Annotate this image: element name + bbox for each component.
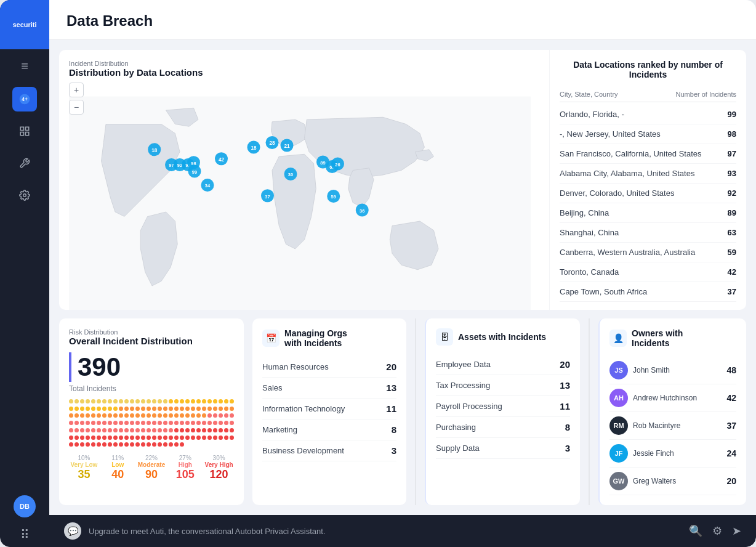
user-avatar[interactable]: DB bbox=[14, 495, 36, 517]
risk-dot bbox=[80, 436, 84, 440]
location-name: Beijing, China bbox=[560, 208, 609, 217]
bottom-bar: 💬 Upgrade to meet Auti, the conversation… bbox=[49, 515, 756, 547]
sidebar-item-tools[interactable] bbox=[12, 151, 37, 176]
location-count: 97 bbox=[728, 149, 736, 158]
risk-dot bbox=[74, 421, 79, 425]
risk-bar-item: 11% Low 40 bbox=[103, 455, 133, 481]
risk-dot bbox=[91, 442, 95, 447]
risk-dot bbox=[163, 413, 167, 418]
risk-dot bbox=[180, 413, 184, 418]
risk-dot bbox=[196, 436, 201, 440]
menu-button[interactable]: ≡ bbox=[21, 59, 28, 73]
assets-header: 🗄 Assets with Incidents bbox=[436, 328, 570, 346]
owner-count: 20 bbox=[726, 476, 736, 486]
owner-count: 42 bbox=[726, 393, 736, 403]
risk-dot bbox=[185, 436, 190, 440]
asset-row: Supply Data3 bbox=[436, 438, 570, 459]
location-name: Toronto, Canada bbox=[560, 267, 619, 277]
org-row: Sales13 bbox=[262, 378, 396, 399]
sidebar-item-settings[interactable] bbox=[12, 183, 37, 208]
risk-dot bbox=[169, 442, 173, 447]
risk-dot bbox=[152, 442, 156, 447]
locations-header: City, State, Country Number of Incidents bbox=[560, 87, 736, 102]
sidebar-item-alerts[interactable]: 4+ bbox=[12, 87, 37, 111]
risk-dot bbox=[74, 407, 79, 411]
location-row: Shanghai, China63 bbox=[560, 223, 736, 243]
risk-dot bbox=[169, 399, 173, 403]
risk-dot bbox=[74, 413, 79, 418]
risk-dot bbox=[102, 399, 107, 403]
filter-icon[interactable]: ⚙ bbox=[712, 524, 722, 538]
risk-dot bbox=[219, 413, 223, 418]
risk-dot bbox=[135, 436, 140, 440]
search-icon[interactable]: 🔍 bbox=[689, 524, 702, 538]
location-row: Beijing, China89 bbox=[560, 203, 736, 223]
risk-dot bbox=[141, 428, 145, 432]
location-row: Orlando, Florida, -99 bbox=[560, 105, 736, 124]
risk-dot bbox=[97, 436, 101, 440]
risk-dot bbox=[230, 407, 234, 411]
risk-dot bbox=[169, 421, 173, 425]
asset-row: Employee Data20 bbox=[436, 354, 570, 375]
owner-avatar: JF bbox=[609, 444, 628, 463]
share-icon[interactable]: ➤ bbox=[732, 524, 741, 538]
risk-dot bbox=[180, 407, 184, 411]
risk-dot bbox=[135, 421, 140, 425]
org-label: Business Development bbox=[262, 446, 344, 455]
zoom-in-button[interactable]: + bbox=[69, 83, 84, 97]
data-locations-panel: Data Locations ranked by number of Incid… bbox=[549, 50, 746, 310]
risk-dot bbox=[196, 421, 201, 425]
divider-2 bbox=[589, 318, 590, 505]
asset-value: 3 bbox=[565, 443, 570, 453]
risk-dot bbox=[147, 399, 151, 403]
sidebar-item-dashboard[interactable] bbox=[12, 119, 37, 144]
risk-number: 390 bbox=[69, 352, 121, 382]
risk-panel: Risk Distribution Overall Incident Distr… bbox=[59, 318, 244, 505]
risk-dot bbox=[158, 399, 162, 403]
risk-dot bbox=[224, 407, 228, 411]
risk-dot bbox=[80, 407, 84, 411]
risk-dot bbox=[180, 428, 184, 432]
asset-value: 13 bbox=[560, 380, 570, 391]
location-name: -, New Jersey, United States bbox=[560, 129, 661, 139]
risk-dot bbox=[202, 413, 206, 418]
risk-dot bbox=[74, 442, 79, 447]
risk-dot bbox=[158, 436, 162, 440]
svg-text:18: 18 bbox=[251, 145, 257, 151]
location-row: San Francisco, California, United States… bbox=[560, 144, 736, 164]
risk-dot bbox=[119, 421, 123, 425]
risk-dot bbox=[130, 407, 134, 411]
risk-bar-pct: 10% bbox=[69, 455, 99, 461]
risk-dot bbox=[141, 413, 145, 418]
risk-dot bbox=[180, 436, 184, 440]
location-count: 93 bbox=[728, 169, 736, 178]
assets-icon: 🗄 bbox=[436, 328, 453, 346]
risk-dot bbox=[158, 428, 162, 432]
risk-dot bbox=[224, 421, 228, 425]
location-row: -, New Jersey, United States98 bbox=[560, 124, 736, 144]
svg-text:30: 30 bbox=[288, 172, 293, 177]
risk-dot bbox=[119, 407, 123, 411]
risk-dot bbox=[113, 413, 118, 418]
risk-bar-pct: 11% bbox=[103, 455, 133, 461]
org-label: Information Technology bbox=[262, 404, 345, 413]
risk-dot bbox=[185, 413, 190, 418]
location-name: Canberra, Western Australia, Australia bbox=[560, 248, 695, 257]
risk-dot bbox=[163, 421, 167, 425]
map-subtitle: Incident Distribution bbox=[69, 60, 531, 67]
org-value: 20 bbox=[386, 362, 396, 372]
apps-icon[interactable]: ⠿ bbox=[20, 527, 30, 542]
risk-dot bbox=[163, 428, 167, 432]
risk-dot bbox=[152, 436, 156, 440]
risk-dot bbox=[102, 428, 107, 432]
risk-bar-value: 105 bbox=[170, 468, 200, 481]
zoom-out-button[interactable]: − bbox=[69, 100, 84, 115]
risk-total: 390 bbox=[69, 352, 234, 382]
risk-bar-value: 40 bbox=[103, 468, 133, 481]
owner-row: GW Greg Walters 20 bbox=[609, 468, 736, 495]
risk-dot bbox=[230, 399, 234, 403]
owner-count: 24 bbox=[726, 448, 736, 458]
risk-dot bbox=[108, 436, 112, 440]
owner-count: 37 bbox=[726, 421, 736, 431]
svg-text:37: 37 bbox=[265, 194, 270, 200]
